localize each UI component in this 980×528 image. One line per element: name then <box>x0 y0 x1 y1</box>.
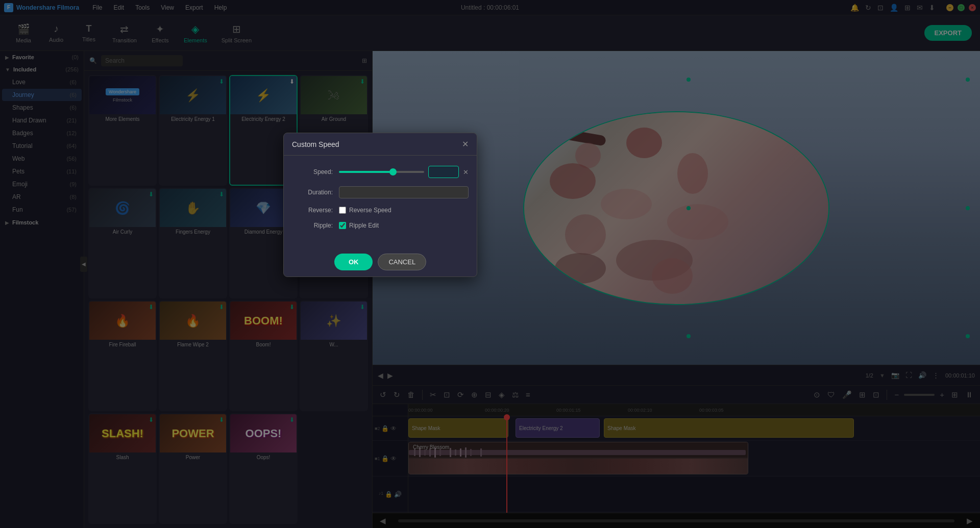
duration-label: Duration: <box>292 189 333 196</box>
reverse-row: Reverse: Reverse Speed <box>292 207 469 214</box>
reverse-control: Reverse Speed <box>339 207 391 214</box>
speed-label: Speed: <box>292 168 333 175</box>
reverse-checkbox-label: Reverse Speed <box>349 207 391 214</box>
duration-row: Duration: 00:00:04:23 <box>292 186 469 198</box>
speed-row: Speed: 1.00 ✕ <box>292 166 469 178</box>
ripple-row: Ripple: Ripple Edit <box>292 222 469 229</box>
modal-overlay: Custom Speed ✕ Speed: 1.00 ✕ Duration: 0… <box>0 0 980 528</box>
modal-body: Speed: 1.00 ✕ Duration: 00:00:04:23 Reve… <box>284 156 477 247</box>
cancel-button[interactable]: CANCEL <box>378 254 426 270</box>
speed-input[interactable]: 1.00 <box>428 166 459 178</box>
custom-speed-modal: Custom Speed ✕ Speed: 1.00 ✕ Duration: 0… <box>283 133 477 277</box>
speed-slider[interactable] <box>339 171 424 173</box>
ripple-checkbox-label: Ripple Edit <box>349 222 379 229</box>
speed-slider-wrap: 1.00 ✕ <box>339 166 469 178</box>
duration-input[interactable]: 00:00:04:23 <box>339 186 469 198</box>
modal-close-button[interactable]: ✕ <box>462 139 469 149</box>
modal-footer: OK CANCEL <box>284 247 477 276</box>
ripple-checkbox[interactable] <box>339 222 346 229</box>
ripple-control: Ripple Edit <box>339 222 379 229</box>
reverse-checkbox[interactable] <box>339 207 346 214</box>
ok-button[interactable]: OK <box>334 254 373 270</box>
speed-clear-button[interactable]: ✕ <box>463 168 469 176</box>
reverse-label: Reverse: <box>292 207 333 214</box>
modal-header: Custom Speed ✕ <box>284 133 477 156</box>
modal-title: Custom Speed <box>292 140 339 148</box>
ripple-label: Ripple: <box>292 222 333 229</box>
